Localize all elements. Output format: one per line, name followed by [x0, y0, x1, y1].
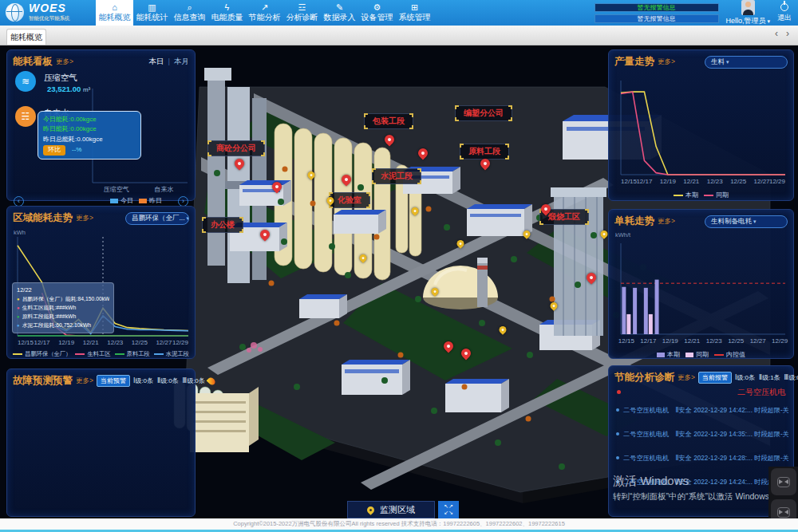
nav-item-icon: ↗ — [246, 2, 283, 13]
map-building-label-text: 原料工段 — [468, 147, 500, 156]
blue-dot-icon — [616, 408, 619, 412]
map-pin-icon[interactable] — [412, 207, 419, 215]
date-range-toggle: 本日本月 — [149, 57, 189, 67]
tooltip-series-row: 原料工段能耗:###kWh — [17, 313, 109, 321]
nav-item[interactable]: ✎ 数据录入 — [321, 0, 358, 26]
more-link[interactable]: 更多> — [678, 373, 695, 383]
more-link[interactable]: 更多> — [76, 376, 93, 386]
map-building-label[interactable]: 包装工段 — [364, 113, 413, 129]
map-pin-icon[interactable] — [360, 254, 367, 262]
alarm-list-item[interactable]: 二号空压机电机 Ⅱ安全 2022-12-29 14:28:... 时段超限-关.… — [616, 452, 788, 476]
map-pin-icon[interactable] — [457, 240, 464, 247]
map-pin-icon[interactable] — [601, 231, 608, 238]
legend-item[interactable]: 水泥工段 — [154, 350, 189, 358]
range-option[interactable]: 本月 — [174, 57, 189, 65]
user-menu[interactable]: Hello,管理员 — [726, 0, 770, 26]
svg-text:12/25: 12/25 — [132, 339, 148, 346]
legend-item[interactable]: 内控值 — [714, 350, 745, 359]
legend-item[interactable]: 生料工区 — [75, 350, 110, 358]
tab-energy-overview[interactable]: 能耗概览 — [6, 29, 46, 45]
nav-item-icon: ▥ — [133, 2, 171, 13]
map-pin-icon[interactable] — [418, 148, 428, 158]
map-pin-icon[interactable] — [308, 171, 315, 179]
map-pin-icon[interactable] — [444, 341, 453, 351]
consumption-type-select[interactable]: 生料制备电耗 — [705, 215, 788, 228]
map-building-label[interactable]: 编塑分公司 — [455, 105, 512, 121]
more-link[interactable]: 更多> — [56, 57, 73, 67]
map-pin-icon[interactable] — [385, 135, 394, 144]
alarm-banner[interactable]: 暂无报警信息 — [595, 14, 719, 23]
legend-item[interactable]: 昌鹏环保（全厂） — [13, 350, 71, 358]
map-building-label[interactable]: 商砼分公司 — [207, 140, 265, 156]
nav-item-icon: ☲ — [283, 2, 321, 13]
nav-item[interactable]: ☲ 分析诊断 — [283, 0, 321, 26]
map-pin-icon[interactable] — [327, 197, 334, 204]
alarm-banner[interactable]: 暂无报警信息 — [595, 3, 719, 12]
more-link[interactable]: 更多> — [658, 57, 675, 67]
map-pin-icon[interactable] — [480, 159, 490, 168]
nav-item[interactable]: ▥ 能耗统计 — [133, 0, 171, 26]
svg-text:12/17: 12/17 — [636, 178, 653, 185]
nav-item[interactable]: ⌂ 能耗概览 — [96, 0, 133, 26]
map-pin-icon[interactable] — [541, 204, 551, 214]
ratio-value: --% — [72, 145, 81, 155]
legend-item[interactable]: 同期 — [685, 350, 709, 359]
nav-item-icon: ⌂ — [96, 2, 133, 13]
monitor-region-button[interactable]: 监测区域 — [347, 501, 435, 518]
material-select[interactable]: 生料 — [705, 56, 788, 69]
warning-level-counts: Ⅰ级:0条Ⅱ级:0条Ⅲ级:0条 — [133, 376, 205, 385]
tab-next-arrow[interactable]: › — [782, 28, 793, 39]
map-building-label-text: 办公楼 — [211, 220, 235, 229]
fullscreen-icon: ↙↘ — [438, 510, 459, 516]
legend-item[interactable]: 同期 — [704, 191, 729, 199]
map-pin-icon[interactable] — [342, 175, 351, 184]
nav-item[interactable]: ϟ 电能质量 — [208, 0, 246, 26]
map-pin-icon[interactable] — [523, 231, 531, 238]
range-option[interactable]: 本日 — [149, 57, 174, 65]
blue-dot-icon — [616, 432, 619, 435]
map-pin-icon[interactable] — [551, 302, 558, 309]
nav-item[interactable]: ⚙ 设备管理 — [358, 0, 396, 26]
legend-item[interactable]: 本期 — [657, 350, 680, 359]
logout-button[interactable]: 退出 — [777, 2, 794, 23]
unit-legend: 本期同期内控值 — [610, 350, 792, 359]
region-select[interactable]: 昌鹏环保（全厂... — [125, 212, 189, 225]
map-pin-icon[interactable] — [500, 326, 507, 333]
user-greeting: Hello,管理员 — [726, 16, 770, 26]
nav-item[interactable]: ↗ 节能分析 — [246, 0, 283, 26]
legend-item[interactable]: 原料工段 — [115, 350, 150, 358]
main-nav: ⌂ 能耗概览 ▥ 能耗统计 ⌕ 信息查询 ϟ 电能质量 ↗ 节能分析 ☲ 分析诊… — [96, 0, 433, 26]
map-pin-icon[interactable] — [272, 182, 282, 191]
active-alarm-row[interactable]: 二号空压机电 — [617, 387, 785, 398]
panel-title: 能耗看板 — [13, 55, 53, 69]
series-dot-icon — [17, 313, 20, 321]
current-warning-badge[interactable]: 当前预警 — [97, 375, 130, 387]
logout-label: 退出 — [777, 13, 792, 23]
alarm-list-item[interactable]: 二号空压机电机 Ⅱ安全 2022-12-29 14:42:... 时段超限-关.… — [616, 404, 788, 428]
map-building-label[interactable]: 原料工段 — [460, 144, 509, 160]
nav-item-label: 能耗概览 — [99, 13, 131, 22]
more-link[interactable]: 更多> — [658, 217, 675, 227]
current-alarm-badge[interactable]: 当前报警 — [698, 372, 732, 384]
map-pin-icon[interactable] — [587, 273, 596, 282]
map-building-label[interactable]: 化验室 — [329, 192, 370, 208]
nav-item[interactable]: ⌕ 信息查询 — [171, 0, 208, 26]
screen-tool-button[interactable] — [771, 468, 796, 495]
legend-item[interactable]: 本期 — [674, 191, 698, 199]
map-pin-icon[interactable] — [260, 230, 270, 239]
alarm-list-item[interactable]: 二号空压机电机 Ⅱ安全 2022-12-29 14:35:... 时段超限-关.… — [616, 428, 788, 452]
map-pin-icon[interactable] — [461, 349, 471, 358]
tab-prev-arrow[interactable]: ‹ — [771, 28, 782, 39]
svg-text:12/27: 12/27 — [750, 337, 767, 345]
map-building-label-text: 包装工段 — [373, 116, 405, 125]
red-dot-icon — [617, 390, 621, 394]
fullscreen-button[interactable]: ↖↗ ↙↘ — [438, 501, 459, 518]
more-link[interactable]: 更多> — [76, 214, 93, 223]
level-count: Ⅱ级:1条 — [759, 373, 780, 382]
map-building-label[interactable]: 办公楼 — [202, 217, 243, 233]
kanban-item[interactable]: ≋ 压缩空气 23,521.00 m³ — [15, 69, 89, 104]
map-pin-icon[interactable] — [235, 159, 244, 168]
map-building-label[interactable]: 水泥工段 — [372, 168, 421, 184]
map-pin-icon[interactable] — [432, 288, 439, 295]
nav-item[interactable]: ⊞ 系统管理 — [396, 0, 433, 26]
